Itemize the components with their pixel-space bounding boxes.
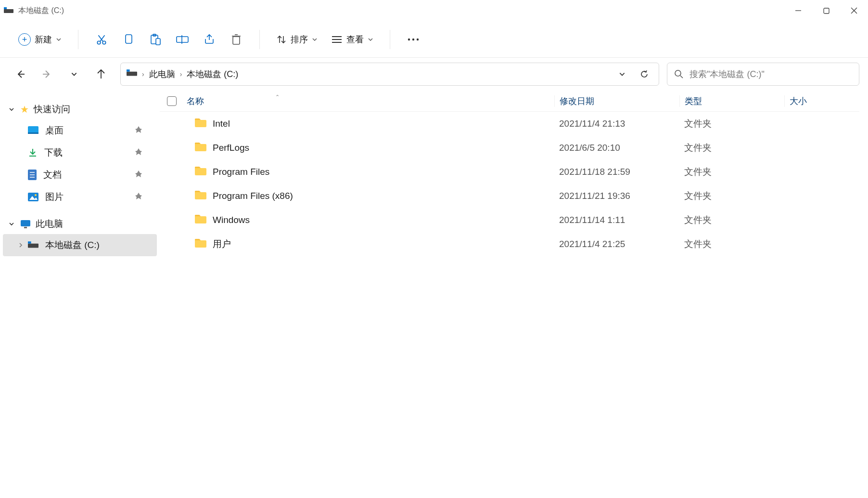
rename-button[interactable] [169,26,196,53]
sidebar-item-pictures[interactable]: 图片 [0,186,160,208]
cut-icon [95,33,108,46]
file-row[interactable]: Program Files (x86)2021/11/21 19:36文件夹 [160,184,859,208]
separator [259,30,260,49]
view-icon [331,35,343,44]
column-header-size[interactable]: 大小 [784,95,859,107]
view-button[interactable]: 查看 [324,26,380,53]
title-bar: 本地磁盘 (C:) [0,0,868,21]
file-name: Intel [213,118,230,129]
downloads-icon [28,148,38,157]
address-dropdown-button[interactable] [613,66,631,83]
file-list: 名称 ⌃ 修改日期 类型 大小 Intel2021/11/4 21:13文件夹P… [160,91,868,498]
maximize-button[interactable] [812,0,840,21]
share-button[interactable] [196,26,223,53]
toolbar: + 新建 排序 查看 [0,21,868,58]
this-pc-header[interactable]: 此电脑 [0,214,160,234]
address-bar[interactable]: › 此电脑 › 本地磁盘 (C:) [120,63,659,86]
delete-icon [230,33,242,46]
paste-icon [149,33,162,46]
sidebar-item-documents[interactable]: 文档 [0,164,160,186]
file-type: 文件夹 [684,118,712,129]
sidebar-item-label: 下载 [44,146,63,159]
file-date: 2021/6/5 20:10 [559,143,620,153]
chevron-down-icon [312,37,318,42]
search-input[interactable] [689,69,852,79]
recent-locations-button[interactable] [67,67,81,81]
quick-access-section: ★ 快速访问 桌面 下载 文档 [0,99,160,208]
select-all-checkbox[interactable] [167,96,177,106]
paste-button[interactable] [142,26,169,53]
pin-icon [135,192,142,202]
svg-rect-29 [127,69,130,71]
sort-ascending-icon: ⌃ [275,94,280,100]
desktop-icon [28,126,38,135]
delete-button[interactable] [223,26,250,53]
svg-rect-33 [28,132,38,134]
close-button[interactable] [840,0,868,21]
chevron-down-icon [56,37,62,42]
column-header-date[interactable]: 修改日期 [554,95,679,107]
navigation-row: › 此电脑 › 本地磁盘 (C:) [0,58,868,91]
quick-access-header[interactable]: ★ 快速访问 [0,99,160,119]
minimize-button[interactable] [784,0,812,21]
file-type: 文件夹 [684,143,712,153]
chevron-down-icon [8,106,15,112]
file-type: 文件夹 [684,167,712,177]
breadcrumb-item[interactable]: 本地磁盘 (C:) [187,68,238,80]
sidebar-item-desktop[interactable]: 桌面 [0,119,160,142]
new-button[interactable]: + 新建 [12,26,68,53]
refresh-button[interactable] [636,66,653,83]
svg-point-23 [412,38,414,40]
column-header-type[interactable]: 类型 [679,95,784,107]
new-label: 新建 [35,34,52,45]
breadcrumb-item[interactable]: 此电脑 [149,68,175,80]
column-headers: 名称 ⌃ 修改日期 类型 大小 [160,91,859,112]
svg-rect-1 [4,7,7,9]
folder-icon [194,214,207,226]
file-row[interactable]: PerfLogs2021/6/5 20:10文件夹 [160,136,859,160]
chevron-down-icon [8,221,15,227]
sidebar-item-local-disk-c[interactable]: 本地磁盘 (C:) [3,234,157,256]
file-type: 文件夹 [684,215,712,225]
cut-button[interactable] [88,26,115,53]
file-name: 用户 [213,238,231,250]
column-header-name[interactable]: 名称 ⌃ [184,95,554,107]
folder-icon [194,238,207,250]
sidebar-item-label: 桌面 [45,124,64,137]
back-button[interactable] [13,67,27,81]
drive-icon [4,7,13,14]
svg-rect-45 [28,241,31,243]
chevron-down-icon [368,37,373,42]
folder-icon [194,190,207,202]
file-date: 2021/11/4 21:25 [559,239,625,249]
file-row[interactable]: Windows2021/11/14 1:11文件夹 [160,208,859,232]
file-date: 2021/11/4 21:13 [559,118,625,129]
share-icon [203,33,216,46]
sort-button[interactable]: 排序 [269,26,324,53]
sort-label: 排序 [291,34,308,45]
quick-access-label: 快速访问 [34,103,70,116]
file-row[interactable]: 用户2021/11/4 21:25文件夹 [160,232,859,256]
pin-icon [135,125,142,136]
forward-button[interactable] [40,67,54,81]
up-button[interactable] [94,67,108,81]
navigation-pane: ★ 快速访问 桌面 下载 文档 [0,91,160,498]
search-bar[interactable] [667,63,859,86]
more-button[interactable] [400,26,427,53]
file-name: Program Files (x86) [213,191,293,201]
select-all-column[interactable] [160,96,184,106]
this-pc-icon [20,220,31,228]
file-row[interactable]: Intel2021/11/4 21:13文件夹 [160,112,859,136]
svg-rect-43 [24,227,27,228]
copy-button[interactable] [115,26,142,53]
file-type: 文件夹 [684,239,712,249]
file-name: PerfLogs [213,143,249,153]
sidebar-item-downloads[interactable]: 下载 [0,142,160,164]
file-name: Windows [213,215,250,225]
svg-point-41 [35,194,37,196]
svg-point-30 [675,70,681,76]
folder-icon [194,166,207,178]
sort-icon [276,34,287,45]
file-row[interactable]: Program Files2021/11/18 21:59文件夹 [160,160,859,184]
plus-circle-icon: + [18,33,31,46]
